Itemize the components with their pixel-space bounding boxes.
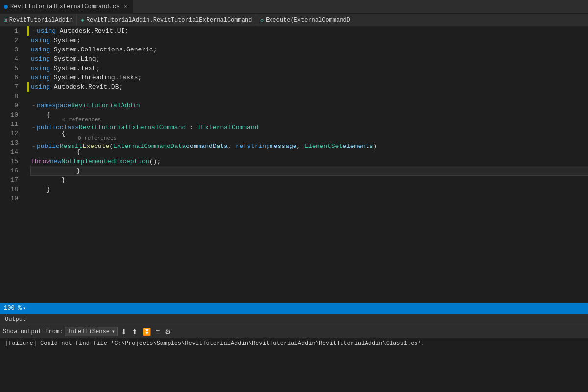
show-output-label: Show output from:	[3, 328, 63, 335]
line-number: 13	[4, 138, 18, 147]
line-number: 19	[4, 194, 18, 203]
code-line: −namespace RevitTutorialAddin	[31, 101, 588, 110]
code-line: using System.Text;	[31, 64, 588, 73]
line-number: 12	[4, 129, 18, 138]
parameter-name: elements	[343, 142, 373, 151]
collapse-icon[interactable]: −	[31, 28, 37, 34]
code-line	[31, 92, 588, 101]
code-line	[31, 194, 588, 203]
tab-filename: RevitTutorialExternalCommand.cs	[10, 3, 120, 10]
code-line: throw new NotImplementedException();	[31, 157, 588, 166]
line-number: 11	[4, 120, 18, 129]
reference-hint: 0 references	[31, 135, 377, 142]
type-name: ExternalCommandData	[113, 142, 186, 151]
keyword: namespace	[37, 101, 71, 110]
tab-modified-indicator	[4, 5, 8, 9]
line-number: 7	[4, 82, 18, 92]
keyword: using	[31, 73, 50, 82]
active-tab[interactable]: RevitTutorialExternalCommand.cs ×	[0, 0, 133, 13]
line-number: 5	[4, 64, 18, 73]
source-dropdown[interactable]: IntelliSense ▾	[65, 327, 118, 336]
line-number: 9	[4, 101, 18, 110]
keyword: using	[37, 26, 56, 36]
code-line: −using Autodesk.Revit.UI;	[31, 26, 588, 36]
output-panel: Output Show output from: IntelliSense ▾ …	[0, 314, 588, 392]
keyword-control: throw	[31, 157, 50, 166]
nav-class-label: RevitTutorialAddin.RevitTutorialExternal…	[86, 17, 252, 24]
method-icon: ◇	[260, 17, 264, 23]
nav-method[interactable]: ◇ Execute(ExternalCommandD	[256, 14, 354, 26]
keyword: using	[31, 54, 50, 64]
namespace-icon: ⊞	[4, 17, 7, 23]
code-line: 0 references− public Result Execute(Exte…	[31, 138, 588, 147]
gutter	[22, 26, 29, 303]
code-line: }	[31, 166, 588, 175]
gutter-mark	[27, 26, 29, 36]
type-name: ElementSet	[304, 142, 343, 151]
code-line: using System.Linq;	[31, 54, 588, 64]
line-number: 16	[4, 166, 18, 175]
tab-close-button[interactable]: ×	[122, 3, 129, 10]
line-number: 3	[4, 45, 18, 54]
line-number: 2	[4, 36, 18, 45]
zoom-dropdown[interactable]: 100 % ▾	[4, 305, 26, 312]
type-name: IExternalCommand	[197, 123, 259, 132]
code-line: 0 references− public class RevitTutorial…	[31, 120, 588, 129]
output-btn-1[interactable]: ⬇	[120, 327, 128, 336]
nav-namespace[interactable]: ⊞ RevitTutorialAddin	[0, 14, 77, 26]
keyword: new	[50, 157, 61, 166]
code-line: using Autodesk.Revit.DB;	[31, 82, 588, 92]
code-line: using System;	[31, 36, 588, 45]
method-name: Execute	[83, 142, 110, 151]
source-value: IntelliSense	[67, 328, 109, 335]
code-line: }	[31, 185, 588, 194]
line-number: 4	[4, 54, 18, 64]
output-content: [Failure] Could not find file 'C:\Projec…	[0, 338, 588, 392]
keyword: string	[247, 142, 270, 151]
line-number: 10	[4, 110, 18, 120]
editor-container: 12345678910111213141516171819 −using Aut…	[0, 26, 588, 303]
output-btn-4[interactable]: ≡	[154, 327, 161, 336]
reference-hint: 0 references	[31, 116, 259, 123]
line-number: 8	[4, 92, 18, 101]
keyword: using	[31, 45, 50, 54]
zoom-dropdown-arrow: ▾	[23, 305, 26, 312]
output-toolbar: Show output from: IntelliSense ▾ ⬇ ⬆ ⏬ ≡…	[0, 325, 588, 338]
line-number: 14	[4, 147, 18, 157]
line-number: 1	[4, 26, 18, 36]
code-line: }	[31, 175, 588, 185]
line-number: 6	[4, 73, 18, 82]
output-title: Output	[5, 316, 26, 323]
keyword: ref	[236, 142, 247, 151]
nav-class[interactable]: ◈ RevitTutorialAddin.RevitTutorialExtern…	[77, 14, 256, 26]
nav-namespace-label: RevitTutorialAddin	[9, 17, 73, 24]
status-bar: 100 % ▾	[0, 303, 588, 314]
output-header: Output	[0, 314, 588, 325]
keyword: using	[31, 36, 50, 45]
source-dropdown-arrow: ▾	[112, 328, 115, 335]
class-icon: ◈	[81, 17, 84, 23]
nav-method-label: Execute(ExternalCommandD	[266, 17, 350, 24]
type-name: RevitTutorialAddin	[71, 101, 140, 110]
collapse-icon[interactable]: −	[31, 103, 37, 109]
output-btn-5[interactable]: ⚙	[163, 327, 172, 336]
tab-bar: RevitTutorialExternalCommand.cs ×	[0, 0, 588, 14]
parameter-name: commandData	[186, 142, 228, 151]
code-line: using System.Collections.Generic;	[31, 45, 588, 54]
keyword: using	[31, 64, 50, 73]
output-btn-3[interactable]: ⏬	[141, 327, 152, 336]
line-number: 17	[4, 175, 18, 185]
line-numbers: 12345678910111213141516171819	[0, 26, 22, 303]
type-name: RevitTutorialExternalCommand	[79, 123, 186, 132]
output-btn-2[interactable]: ⬆	[130, 327, 139, 336]
parameter-name: message	[270, 142, 297, 151]
gutter-mark	[27, 82, 29, 92]
keyword: using	[31, 82, 50, 92]
output-message: [Failure] Could not find file 'C:\Projec…	[5, 340, 425, 347]
code-content: − public Result Execute(ExternalCommandD…	[31, 142, 377, 151]
code-line: using System.Threading.Tasks;	[31, 73, 588, 82]
zoom-level: 100 %	[4, 305, 22, 312]
type-name: NotImplementedException	[61, 157, 149, 166]
code-area[interactable]: −using Autodesk.Revit.UI; using System; …	[29, 26, 588, 303]
line-number: 15	[4, 157, 18, 166]
